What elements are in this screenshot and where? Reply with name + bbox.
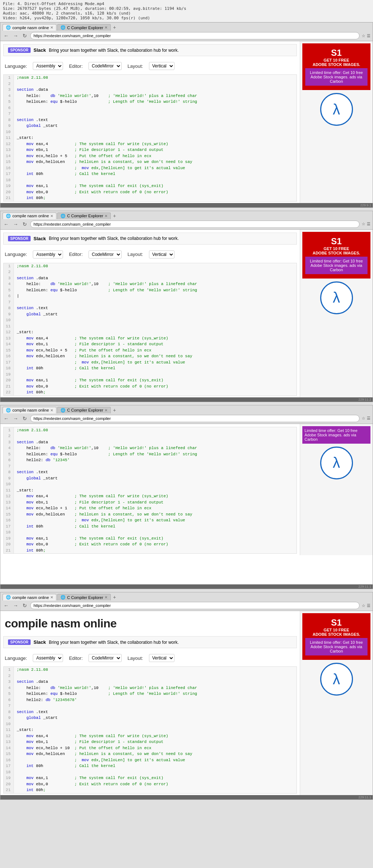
line-content[interactable]: ; mov edx,[helloLen] to get it's actual … <box>14 359 185 366</box>
line-content[interactable]: helloLen: equ $-hello ; Length of the 'H… <box>14 99 197 105</box>
line-content[interactable]: mov eax,4 ; The system call for write (s… <box>14 141 168 147</box>
line-content[interactable]: helloLen: equ $-hello ; Length of the 'H… <box>14 451 197 458</box>
line-content[interactable]: ;nasm 2.11.08 <box>14 263 48 269</box>
new-tab-btn-2[interactable]: + <box>111 213 117 219</box>
line-content[interactable]: mov ebx,1 ; File descriptor 1 - standard… <box>14 341 164 347</box>
menu-icon-1[interactable]: ☰ <box>367 34 370 38</box>
line-content[interactable]: _start: <box>14 727 34 733</box>
menu-icon-3[interactable]: ☰ <box>367 416 370 421</box>
menu-icon-4[interactable]: ☰ <box>367 603 370 608</box>
line-content[interactable]: global _start <box>14 311 58 318</box>
layout-select-2[interactable]: Vertical <box>149 250 174 258</box>
line-content[interactable]: section .text <box>14 709 48 715</box>
new-tab-btn-3[interactable]: + <box>111 407 117 413</box>
bookmark-icon-1[interactable]: ☆ <box>362 34 365 38</box>
tab-compile-nasm-2[interactable]: 🌐 compile nasm online ✕ <box>3 213 56 219</box>
line-content[interactable]: mov ebx,0 ; Exit with return code of 0 (… <box>14 189 168 195</box>
line-content[interactable]: global _start <box>14 475 58 482</box>
line-content[interactable]: mov ebx,0 ; Exit with return code of 0 (… <box>14 541 168 548</box>
line-content[interactable] <box>14 371 17 378</box>
editor-select-2[interactable]: CodeMirror <box>89 250 122 258</box>
editor-select-4[interactable]: CodeMirror <box>89 654 122 662</box>
line-content[interactable]: mov ebx,1 ; File descriptor 1 - standard… <box>14 739 164 745</box>
line-content[interactable]: helloLen: equ $-hello ; Length of the 'H… <box>14 287 197 293</box>
line-content[interactable]: int 80h ; Call the kernel <box>14 171 115 177</box>
line-content[interactable] <box>14 129 17 135</box>
new-tab-btn-1[interactable]: + <box>111 24 117 30</box>
line-content[interactable]: int 80h; <box>14 787 46 793</box>
address-input-2[interactable] <box>30 221 360 228</box>
tab-close-ce3[interactable]: ✕ <box>105 408 107 412</box>
line-content[interactable]: mov edx,helloLen ; helloLen is a constan… <box>14 353 192 359</box>
ad-promo-4[interactable]: Limited time offer: Get 10 free Adobe St… <box>305 638 368 655</box>
line-content[interactable]: ; mov edx,[helloLen] to get it's actual … <box>14 517 185 523</box>
line-content[interactable]: | <box>14 293 19 299</box>
forward-btn-2[interactable]: → <box>12 221 19 227</box>
bookmark-icon-2[interactable]: ☆ <box>362 222 365 226</box>
tab-ce-2[interactable]: 🌐 C Compiler Explorer ✕ <box>57 213 111 219</box>
line-content[interactable] <box>14 177 17 183</box>
line-content[interactable] <box>14 317 17 323</box>
line-content[interactable]: mov eax,1 ; The system call for exit (sy… <box>14 377 164 384</box>
refresh-btn-3[interactable]: ↻ <box>21 415 28 422</box>
language-select-2[interactable]: Assembly <box>33 250 63 258</box>
line-content[interactable] <box>14 433 17 439</box>
line-content[interactable] <box>14 81 17 87</box>
layout-select-4[interactable]: Vertical <box>149 654 174 662</box>
line-content[interactable]: int 80h; <box>14 389 46 396</box>
line-content[interactable]: section .text <box>14 469 48 475</box>
line-content[interactable]: mov eax,4 ; The system call for write (s… <box>14 733 168 739</box>
tab-compile-nasm-3[interactable]: 🌐 compile nasm online ✕ <box>3 407 56 413</box>
line-content[interactable]: int 80h ; Call the kernel <box>14 365 115 371</box>
line-content[interactable] <box>14 721 17 727</box>
line-content[interactable]: hello: db 'Hello world!',10 ; 'Hello wor… <box>14 281 197 287</box>
line-content[interactable] <box>14 673 17 679</box>
line-content[interactable]: hello2: db '12345' <box>14 457 70 463</box>
line-content[interactable]: section .text <box>14 305 48 311</box>
line-content[interactable]: ;nasm 2.11.08 <box>14 75 48 81</box>
line-content[interactable]: mov eax,1 ; The system call for exit (sy… <box>14 183 164 189</box>
line-content[interactable]: _start: <box>14 135 34 141</box>
line-content[interactable]: mov ebx,0 ; Exit with return code of 0 (… <box>14 384 168 390</box>
line-content[interactable] <box>14 269 17 275</box>
tab-compile-nasm-1[interactable]: 🌐 compile nasm online ✕ <box>3 24 56 31</box>
line-content[interactable]: mov edx,helloLen ; helloLen is a constan… <box>14 751 192 757</box>
menu-icon-2[interactable]: ☰ <box>367 222 370 226</box>
line-content[interactable]: hello: db 'Hello world!',10 ; 'Hello wor… <box>14 93 197 99</box>
line-content[interactable]: section .text <box>14 117 48 123</box>
ad-promo-3[interactable]: Limited time offer: Get 10 free Adobe St… <box>302 426 370 444</box>
tab-ce-4[interactable]: 🌐 C Compiler Explorer ✕ <box>57 594 111 600</box>
line-content[interactable]: mov eax,1 ; The system call for exit (sy… <box>14 775 164 781</box>
line-content[interactable] <box>14 529 17 536</box>
line-content[interactable]: section .data <box>14 679 48 685</box>
line-content[interactable] <box>14 323 17 330</box>
line-content[interactable]: mov eax,4 ; The system call for write (s… <box>14 493 168 499</box>
forward-btn-4[interactable]: → <box>12 602 19 609</box>
line-content[interactable]: global _start <box>14 123 58 129</box>
tab-ce-3[interactable]: 🌐 C Compiler Explorer ✕ <box>57 407 111 413</box>
line-content[interactable]: mov ecx,hello + 10 ; Put the offset of h… <box>14 745 152 751</box>
line-content[interactable] <box>14 299 17 305</box>
line-content[interactable]: global _start <box>14 715 58 721</box>
line-content[interactable]: hello2: db '12345678' <box>14 697 77 703</box>
new-tab-btn-4[interactable]: + <box>111 594 117 600</box>
language-select-4[interactable]: Assembly <box>33 654 63 662</box>
refresh-btn-2[interactable]: ↻ <box>21 221 28 227</box>
layout-select-1[interactable]: Vertical <box>149 62 174 70</box>
language-select-1[interactable]: Assembly <box>33 62 63 70</box>
line-content[interactable]: _start: <box>14 487 34 494</box>
line-content[interactable]: ; mov edx,[helloLen] to get it's actual … <box>14 165 185 171</box>
back-btn-4[interactable]: ← <box>3 602 10 609</box>
tab-close-2[interactable]: ✕ <box>50 214 53 218</box>
line-content[interactable]: hello: db 'Hello world!',10 ; 'Hello wor… <box>14 685 197 691</box>
line-content[interactable]: mov edx,helloLen ; helloLen is a constan… <box>14 159 192 165</box>
line-content[interactable]: ;nasm 2.11.08 <box>14 427 48 433</box>
line-content[interactable]: mov eax,1 ; The system call for exit (sy… <box>14 536 164 542</box>
line-content[interactable] <box>14 111 17 117</box>
tab-close-ce1[interactable]: ✕ <box>105 26 107 30</box>
line-content[interactable] <box>14 105 17 111</box>
refresh-btn-4[interactable]: ↻ <box>21 602 28 609</box>
address-input-3[interactable] <box>30 415 360 422</box>
line-content[interactable]: _start: <box>14 329 34 335</box>
line-content[interactable]: mov ebx,1 ; File descriptor 1 - standard… <box>14 499 164 506</box>
